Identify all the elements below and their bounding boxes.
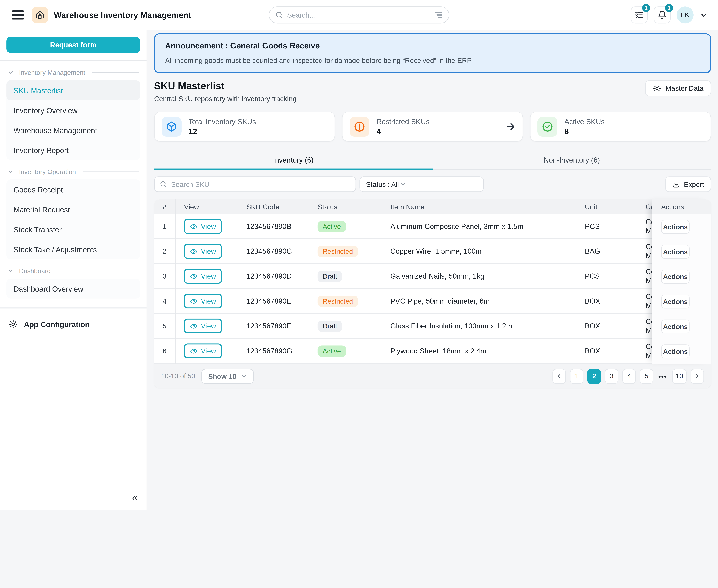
tab-inventory[interactable]: Inventory (6) (154, 153, 432, 169)
sidebar-section-inventory-management: Inventory Management SKU Masterlist Inve… (6, 69, 140, 160)
sidebar-item-inventory-report[interactable]: Inventory Report (6, 140, 140, 160)
view-button[interactable]: View (184, 294, 222, 309)
actions-button[interactable]: Actions (661, 319, 690, 334)
tab-non-inventory[interactable]: Non-Inventory (6) (432, 153, 711, 169)
profile-chevron-down-icon[interactable] (700, 11, 708, 19)
chevron-down-icon[interactable] (7, 69, 14, 76)
table-row: 2 View 1234567890C Restricted Copper Wir… (154, 239, 711, 264)
actions-button[interactable]: Actions (661, 245, 690, 259)
page-subtitle: Central SKU repository with inventory tr… (154, 95, 296, 103)
pagination-ellipsis: ••• (657, 372, 668, 380)
search-icon (160, 181, 167, 188)
check-circle-icon (537, 117, 557, 136)
row-number: 5 (154, 322, 175, 330)
table-row: 3 View 1234567890D Draft Galvanized Nail… (154, 264, 711, 289)
unit: BOX (576, 322, 637, 330)
request-form-button[interactable]: Request form (6, 37, 140, 53)
sku-code: 1234567890G (238, 347, 309, 355)
section-label: Inventory Management (19, 69, 85, 76)
stat-label: Total Inventory SKUs (188, 118, 256, 125)
sidebar-item-sku-masterlist[interactable]: SKU Masterlist (6, 80, 140, 100)
announcement-body: All incoming goods must be counted and i… (165, 56, 700, 64)
sidebar-item-stock-transfer[interactable]: Stock Transfer (6, 219, 140, 239)
sku-code: 1234567890B (238, 223, 309, 230)
eye-icon (190, 297, 198, 305)
sidebar-item-goods-receipt[interactable]: Goods Receipt (6, 180, 140, 200)
actions-button[interactable]: Actions (661, 270, 690, 284)
stat-value: 12 (188, 127, 256, 136)
master-data-button[interactable]: Master Data (645, 80, 711, 96)
sku-search (154, 176, 356, 192)
page-button-3[interactable]: 3 (605, 369, 618, 383)
chevron-down-icon[interactable] (7, 169, 14, 175)
global-search (269, 6, 449, 23)
arrow-right-icon[interactable] (506, 122, 515, 131)
page-button-2-active[interactable]: 2 (588, 369, 601, 383)
app-configuration-link[interactable]: App Configuration (6, 319, 140, 329)
notifications-count-badge: 1 (665, 4, 673, 12)
next-page-button[interactable] (691, 369, 704, 383)
view-button[interactable]: View (184, 219, 222, 234)
sidebar-collapse-button[interactable]: « (132, 492, 138, 503)
sku-code: 1234567890C (238, 247, 309, 255)
sidebar-item-warehouse-management[interactable]: Warehouse Management (6, 120, 140, 140)
view-button[interactable]: View (184, 343, 222, 358)
page-button-4[interactable]: 4 (622, 369, 636, 383)
tab-bar: Inventory (6) Non-Inventory (6) (154, 153, 711, 170)
gear-icon (653, 84, 661, 92)
hamburger-menu-button[interactable] (12, 10, 24, 20)
announcement-title: Announcement : General Goods Receive (165, 41, 700, 50)
status-badge: Draft (317, 320, 342, 332)
search-input[interactable] (287, 11, 435, 19)
sidebar-item-inventory-overview[interactable]: Inventory Overview (6, 100, 140, 120)
sidebar-item-dashboard-overview[interactable]: Dashboard Overview (6, 279, 140, 299)
view-button[interactable]: View (184, 269, 222, 284)
item-name: Glass Fiber Insulation, 100mm x 1.2m (382, 322, 576, 330)
header-actions: 1 1 FK (631, 6, 708, 23)
table-row: 6 View 1234567890G Active Plywood Sheet,… (154, 339, 711, 364)
avatar[interactable]: FK (677, 6, 694, 23)
table-row: 4 View 1234567890E Restricted PVC Pipe, … (154, 289, 711, 314)
eye-icon (190, 223, 198, 230)
sidebar-divider (0, 60, 147, 61)
filter-lines-icon[interactable] (435, 12, 443, 19)
sku-search-input[interactable] (171, 180, 350, 188)
sidebar-item-material-request[interactable]: Material Request (6, 200, 140, 219)
sidebar: Request form Inventory Management SKU Ma… (0, 30, 147, 510)
actions-button[interactable]: Actions (661, 344, 690, 358)
previous-page-button[interactable] (553, 369, 566, 383)
view-button[interactable]: View (184, 318, 222, 334)
page-button-1[interactable]: 1 (570, 369, 583, 383)
item-name: Aluminum Composite Panel, 3mm x 1.5m (382, 223, 576, 230)
page-size-dropdown[interactable]: Show 10 (202, 369, 254, 383)
number-column-divider (175, 200, 176, 364)
page-button-5[interactable]: 5 (640, 369, 653, 383)
actions-button[interactable]: Actions (661, 220, 690, 234)
chevron-down-icon[interactable] (7, 268, 14, 274)
download-icon (672, 180, 680, 188)
app-root: Warehouse Inventory Management (0, 0, 718, 510)
view-button[interactable]: View (184, 244, 222, 259)
item-name: Plywood Sheet, 18mm x 2.4m (382, 347, 576, 355)
stat-label: Active SKUs (565, 118, 605, 125)
table-header-row: # View SKU Code Status Item Name Unit Ca… (154, 200, 711, 214)
sidebar-item-stock-take-adjustments[interactable]: Stock Take / Adjustments (6, 239, 140, 259)
row-number: 3 (154, 272, 175, 280)
warehouse-icon (35, 10, 45, 20)
stat-card-restricted[interactable]: Restricted SKUs 4 (342, 112, 523, 142)
sidebar-bottom-divider (0, 308, 147, 308)
unit: BAG (576, 247, 637, 255)
tasks-button[interactable]: 1 (631, 6, 648, 23)
page-title: SKU Masterlist (154, 80, 296, 92)
notifications-button[interactable]: 1 (654, 6, 671, 23)
sidebar-section-dashboard: Dashboard Dashboard Overview (6, 267, 140, 299)
sidebar-section-inventory-operation: Inventory Operation Goods Receipt Materi… (6, 168, 140, 259)
page-button-10[interactable]: 10 (672, 369, 686, 383)
actions-button[interactable]: Actions (661, 295, 690, 309)
row-number: 2 (154, 247, 175, 255)
page-header: SKU Masterlist Central SKU repository wi… (154, 80, 711, 103)
export-button[interactable]: Export (665, 176, 711, 192)
top-header: Warehouse Inventory Management (0, 0, 718, 30)
status-filter-dropdown[interactable]: Status : All (360, 176, 484, 192)
stat-card-total-inventory: Total Inventory SKUs 12 (154, 112, 335, 142)
